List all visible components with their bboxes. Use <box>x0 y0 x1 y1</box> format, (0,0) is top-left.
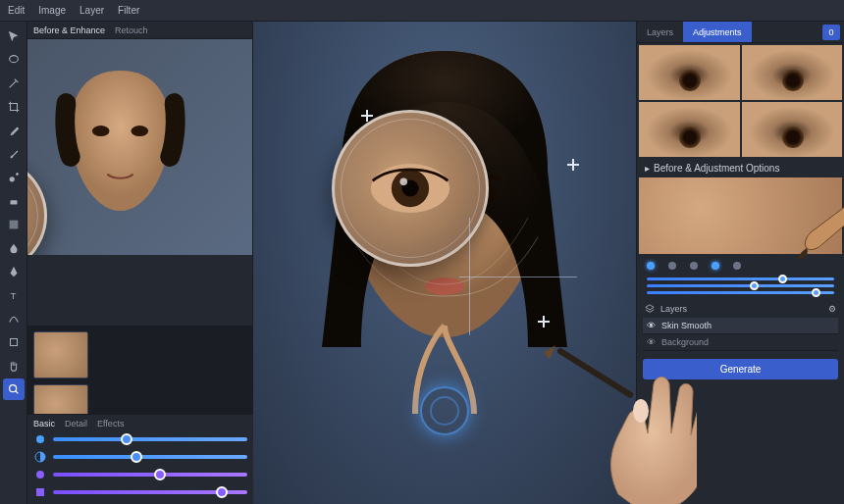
sliders-tab-basic[interactable]: Basic <box>33 419 55 428</box>
layer-name: Background <box>661 337 709 347</box>
guide-vertical <box>469 218 470 335</box>
shape-tool[interactable] <box>3 331 25 353</box>
brush-tool[interactable] <box>3 143 25 165</box>
reference-preview[interactable] <box>27 39 252 255</box>
svg-point-11 <box>36 471 44 479</box>
marker-cross <box>361 110 373 122</box>
rp-slider-thumb[interactable] <box>812 288 820 297</box>
toolbox: T <box>0 22 27 504</box>
reference-face-icon <box>27 49 233 255</box>
svg-point-8 <box>132 126 149 136</box>
eye-preset[interactable] <box>639 102 740 157</box>
canvas-magnifier[interactable] <box>332 110 489 267</box>
preset-dot[interactable] <box>668 262 676 270</box>
reference-tabs: Before & Enhance Retouch <box>27 22 252 39</box>
saturation-icon <box>33 485 47 499</box>
rp-tab-adjustments[interactable]: Adjustments <box>683 22 752 42</box>
eye-preset[interactable] <box>742 45 843 100</box>
preset-dot[interactable] <box>690 262 698 270</box>
svg-point-6 <box>9 385 16 392</box>
layers-header: Layers <box>660 304 687 314</box>
eye-icon[interactable]: 👁 <box>647 321 656 330</box>
slider-contrast <box>33 450 247 464</box>
ref-tab-retouch[interactable]: Retouch <box>115 25 148 35</box>
eye-preset[interactable] <box>742 102 843 157</box>
rp-slider <box>637 276 844 282</box>
rp-slider <box>637 289 844 296</box>
clone-tool[interactable] <box>3 167 25 188</box>
menu-edit[interactable]: Edit <box>8 5 25 16</box>
gear-icon[interactable]: ⚙ <box>828 304 836 314</box>
slider-vibrance <box>33 468 247 481</box>
canvas[interactable] <box>253 22 636 504</box>
crop-tool[interactable] <box>3 96 25 118</box>
chevron-right-icon: ▸ <box>645 163 650 174</box>
pen-tool[interactable] <box>3 261 25 282</box>
gradient-tool[interactable] <box>3 214 25 235</box>
menu-layer[interactable]: Layer <box>79 5 104 16</box>
rp-slider-thumb[interactable] <box>778 275 787 283</box>
slider-thumb[interactable] <box>121 433 132 445</box>
rp-slider-track[interactable] <box>647 277 834 280</box>
svg-rect-5 <box>10 339 17 346</box>
preset-dot[interactable] <box>712 262 719 270</box>
slider-thumb[interactable] <box>154 469 166 480</box>
rp-section-title: ▸ Before & Adjustment Options <box>637 159 844 176</box>
lasso-tool[interactable] <box>3 49 25 71</box>
menu-image[interactable]: Image <box>38 5 66 16</box>
wand-tool[interactable] <box>3 73 25 94</box>
svg-rect-3 <box>9 221 18 229</box>
eye-presets-grid <box>637 43 844 159</box>
slider-track[interactable] <box>53 490 247 494</box>
eye-icon[interactable]: 👁 <box>647 337 656 347</box>
eyedropper-tool[interactable] <box>3 120 25 141</box>
slider-track[interactable] <box>53 455 247 459</box>
exposure-icon <box>33 432 47 446</box>
focus-pulse-icon <box>420 386 469 435</box>
skin-preview[interactable] <box>639 177 842 254</box>
rp-slider-track[interactable] <box>647 284 834 287</box>
sliders-tab-effects[interactable]: Effects <box>97 419 124 428</box>
move-tool[interactable] <box>3 25 25 47</box>
svg-point-9 <box>36 435 44 443</box>
text-tool[interactable]: T <box>3 284 25 306</box>
svg-point-15 <box>425 277 464 295</box>
magnifier-eye-icon <box>344 123 476 254</box>
rp-slider-track[interactable] <box>647 291 834 294</box>
reference-panel: Before & Enhance Retouch <box>27 22 253 326</box>
menu-filter[interactable]: Filter <box>118 5 139 16</box>
preset-dot[interactable] <box>733 262 741 270</box>
svg-point-19 <box>399 177 407 185</box>
vibrance-icon <box>33 468 47 481</box>
generate-button[interactable]: Generate <box>643 359 838 379</box>
slider-saturation <box>33 485 247 499</box>
layers-icon <box>645 304 655 314</box>
guide-horizontal <box>459 277 577 277</box>
preset-dot[interactable] <box>647 262 655 270</box>
rp-badge: 0 <box>822 25 840 40</box>
layer-row[interactable]: 👁 Background <box>643 334 838 351</box>
slider-track[interactable] <box>53 473 247 477</box>
zoom-tool[interactable] <box>3 378 25 400</box>
slider-thumb[interactable] <box>131 451 142 463</box>
svg-point-7 <box>92 126 110 136</box>
menubar: Edit Image Layer Filter <box>0 0 844 22</box>
rp-tab-layers[interactable]: Layers <box>637 22 683 42</box>
sliders-tab-detail[interactable]: Detail <box>65 419 87 428</box>
ref-tab-before[interactable]: Before & Enhance <box>33 25 105 35</box>
hand-tool[interactable] <box>3 355 25 377</box>
marker-cross <box>567 159 579 171</box>
path-tool[interactable] <box>3 308 25 329</box>
texture-thumb[interactable] <box>33 331 88 378</box>
layer-row[interactable]: 👁 Skin Smooth <box>643 318 838 334</box>
svg-point-1 <box>9 176 14 181</box>
blur-tool[interactable] <box>3 237 25 259</box>
slider-track[interactable] <box>53 437 247 441</box>
svg-rect-12 <box>36 488 44 496</box>
rp-slider-thumb[interactable] <box>750 281 759 290</box>
slider-thumb[interactable] <box>216 486 228 498</box>
adjustment-sliders-panel: Basic Detail Effects <box>27 414 253 504</box>
eraser-tool[interactable] <box>3 190 25 212</box>
eye-preset[interactable] <box>639 45 740 100</box>
svg-rect-2 <box>10 200 17 204</box>
